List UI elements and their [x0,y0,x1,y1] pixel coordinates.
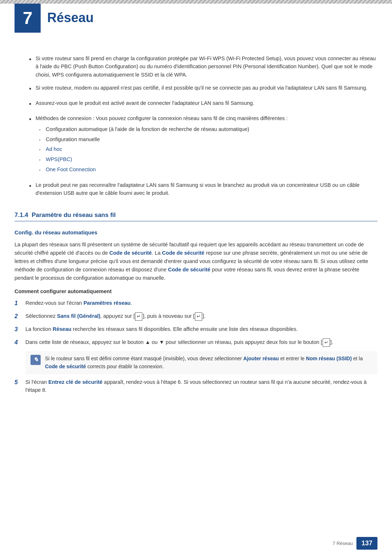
top-stripe [0,0,392,4]
list-item: ▪ Ad hoc [39,145,377,153]
step-number: 5 [15,378,25,387]
note-bold-1: Ajouter réseau [243,356,279,361]
sub-bullet-dot: ▪ [39,157,46,163]
enter-icon: ↵ [323,338,330,347]
sub-bullet-text: Configuration automatique (à l'aide de l… [46,126,249,134]
step-text: Si l'écran Entrez clé de sécurité appara… [25,378,377,394]
sub-bullet-text: Configuration manuelle [46,136,100,144]
footer: 7 Réseau 137 [332,537,377,550]
sub-bullet-dot: ▪ [39,167,46,173]
bullet-dot: • [29,84,36,94]
list-item: • Assurez-vous que le produit est activé… [29,99,377,109]
bullet-dot: • [29,181,36,191]
step-item: 3 La fonction Réseau recherche les résea… [15,325,377,334]
bold-blue-1: Code de sécurité [109,250,152,256]
step-item: 4 Dans cette liste de réseaux, appuyez s… [15,338,377,347]
bullet-text: Le produit peut ne pas reconnaître l'ada… [36,181,377,197]
sub-bullet-text-wps: WPS(PBC) [46,156,72,164]
step-item: 2 Sélectionnez Sans fil (Général), appuy… [15,312,377,321]
how-to-heading: Comment configurer automatiquement [15,288,377,296]
enter-icon: ↵ [195,312,202,321]
main-content: • Si votre routeur sans fil prend en cha… [15,44,377,536]
sub-bullet-text-onefoot: One Foot Connection [46,166,96,174]
bullet-text: Méthodes de connexion : Vous pouvez conf… [36,114,377,176]
note-bold-3: Code de sécurité [45,364,86,369]
footer-chapter-label: 7 Réseau [332,540,353,547]
steps-list: 1 Rendez-vous sur l'écran Paramètres rés… [15,299,377,394]
intro-bullet-list: • Si votre routeur sans fil prend en cha… [29,54,377,197]
list-item: ▪ One Foot Connection [39,166,377,174]
step-number: 2 [15,312,25,321]
list-item: • Si votre routeur sans fil prend en cha… [29,54,377,79]
note-bold-2: Nom réseau (SSID) [306,356,352,361]
step-item: 1 Rendez-vous sur l'écran Paramètres rés… [15,299,377,308]
section-heading: 7.1.4 Paramètre du réseau sans fil [15,210,377,222]
bold-blue-3: Code de sécurité [168,267,211,272]
step-text: Sélectionnez Sans fil (Général), appuyez… [25,312,377,320]
section-title: Paramètre du réseau sans fil [32,212,116,218]
step-text: Rendez-vous sur l'écran Paramètres résea… [25,299,377,307]
step-text: La fonction Réseau recherche les réseaux… [25,325,377,333]
step-item: 5 Si l'écran Entrez clé de sécurité appa… [15,378,377,394]
step-number: 3 [15,325,25,334]
step-number: 1 [15,299,25,308]
note-text: Si le routeur sans fil est défini comme … [45,355,372,370]
body-paragraph-1: La plupart des réseaux sans fil présente… [15,241,377,283]
chapter-title: Réseau [47,8,94,28]
list-item: • Méthodes de connexion : Vous pouvez co… [29,114,377,176]
subsection-title: Config. du réseau automatiques [15,229,97,235]
bullet-dot: • [29,115,36,124]
subsection-heading: Config. du réseau automatiques [15,229,377,237]
bullet-text: Si votre routeur sans fil prend en charg… [36,54,377,79]
step-text: Dans cette liste de réseaux, appuyez sur… [25,338,377,346]
note-box: ✎ Si le routeur sans fil est défini comm… [25,351,377,374]
bullet-text: Si votre routeur, modem ou appareil n'es… [36,84,377,92]
sub-bullet-dot: ▪ [39,147,46,153]
footer-page-number: 137 [356,537,377,550]
list-item: ▪ WPS(PBC) [39,156,377,164]
bullet-text: Assurez-vous que le produit est activé a… [36,99,377,107]
bullet-dot: • [29,55,36,65]
sub-bullet-list: ▪ Configuration automatique (à l'aide de… [39,126,377,174]
section-number: 7.1.4 [15,212,28,218]
chapter-box: 7 [15,4,41,33]
step-number: 4 [15,338,25,347]
chapter-number: 7 [23,5,33,31]
bold-blue-2: Code de sécurité [162,250,204,256]
sub-bullet-dot: ▪ [39,137,46,143]
sub-bullet-text-adhoc: Ad hoc [46,145,62,153]
bullet-dot: • [29,99,36,109]
sub-bullet-dot: ▪ [39,127,46,133]
list-item: • Si votre routeur, modem ou appareil n'… [29,84,377,94]
enter-icon: ↵ [135,312,142,321]
note-icon: ✎ [30,355,41,365]
list-item: ▪ Configuration automatique (à l'aide de… [39,126,377,134]
list-item: ▪ Configuration manuelle [39,136,377,144]
list-item: • Le produit peut ne pas reconnaître l'a… [29,181,377,197]
